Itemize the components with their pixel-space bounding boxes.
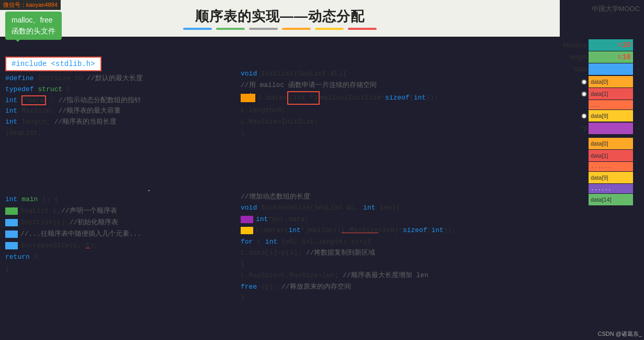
initlist-line: InitList(L); //初始化顺序表 [5, 217, 141, 228]
data1-row: data[1] [558, 88, 642, 100]
for-line: for ( int i=0; i<L.length; i++){ [241, 236, 456, 247]
increase-malloc-line: L.data=( int *)malloc((L.MaxSize+len)* s… [241, 225, 456, 236]
maxsize-label: MaxSize [558, 41, 589, 49]
code-bottom-left: int main () { SeqList L; //声明一个顺序表 InitL… [5, 194, 141, 275]
end-struct-line: }SeqList; [5, 128, 143, 139]
data1-bar: data[1] [589, 88, 633, 100]
main-close: } [5, 264, 141, 275]
copy-line: L.data[i]=p[i]; //将数据复制到新区域 [241, 247, 456, 258]
data9-bar: data[9] [589, 110, 633, 122]
init-malloc-line: L.data= (int *) malloc(InitSize* sizeof … [241, 91, 438, 105]
init-maxsize-line: L.MaxSize=InitSize; [241, 116, 438, 128]
data0-circle [581, 79, 587, 85]
increase-close: } [241, 292, 456, 303]
init-comment1: //用 malloc 函数申请一片连续的存储空间 [241, 80, 438, 91]
arrow-right-1: ← [638, 65, 642, 73]
page-title: 顺序表的实现——动态分配 [195, 7, 365, 26]
p-label: *p [558, 125, 589, 132]
main-decl: int main () { [5, 194, 141, 205]
p-bar: ← [589, 123, 633, 134]
tooltip-line2: 函数的头文件 [12, 26, 55, 37]
data1b-bar: data[1] [589, 150, 633, 161]
p-row: *p ← [558, 123, 642, 134]
title-bar: 顺序表的实现——动态分配 [0, 0, 560, 37]
data1-circle [581, 91, 587, 97]
code-bottom-right: //增加动态数组的长度 void IncreaseSize(SeqList &L… [241, 191, 456, 303]
color-bar-1 [183, 28, 212, 30]
tooltip-line1: malloc、free [12, 15, 55, 26]
separator-dot: · [146, 186, 152, 195]
length-label: length [558, 53, 589, 61]
mooc-logo: 中国大学MOOC [592, 4, 640, 14]
title-underline [183, 28, 377, 30]
dots2-bar: ...... [589, 162, 633, 171]
data9-row: data[9] [558, 110, 642, 122]
dots3-row: ...... [558, 184, 642, 193]
maxsize-eq: = [617, 41, 622, 49]
init-func-decl: void InitList(SeqList &L){ [241, 68, 438, 80]
data14-row: data[14] [558, 194, 642, 205]
length-val: 10 [622, 53, 631, 61]
color-bar-2 [216, 28, 245, 30]
init-close: } [241, 128, 438, 139]
data9b-bar: data[9] [589, 172, 633, 183]
data0-row: data[0] [558, 76, 642, 87]
maxsize-val: 10 [622, 41, 631, 49]
data0b-bar: data[0] [589, 138, 633, 149]
data14-bar: data[14] [589, 194, 633, 205]
data9b-row: data[9] [558, 172, 642, 183]
for-close: } [241, 259, 456, 270]
watermark-label: 微信号：kaoyan4884 [0, 0, 61, 10]
data-label: *data [558, 65, 589, 73]
dots3-bar: ...... [589, 184, 633, 193]
return-line: return 0; [5, 251, 141, 263]
dots1-bar: ...... [589, 100, 633, 109]
seqlist-line: SeqList L; //声明一个顺序表 [5, 205, 141, 217]
code-right-top: void InitList(SeqList &L){ //用 malloc 函数… [241, 68, 438, 140]
dots1-row: ...... [558, 100, 642, 109]
csdn-watermark: CSDN @诸葛东_ [597, 330, 642, 338]
define-line: #define InitSize 10 //默认的最大长度 [5, 73, 143, 84]
color-bar-6 [348, 28, 377, 30]
maxsize-header-row: MaxSize = 10 [558, 39, 642, 51]
tooltip-box: malloc、free 函数的头文件 [5, 12, 62, 40]
data0b-row: data[0] [558, 138, 642, 149]
data1b-row: data[1] [558, 150, 642, 161]
maxsize-bar: = 10 [589, 39, 633, 51]
mooc-logo-text: 中国大学MOOC [592, 4, 640, 14]
free-line: free (p); //释放原来的内存空间 [241, 281, 456, 292]
length-header-row: length = 10 [558, 51, 642, 63]
memory-diagram: MaxSize = 10 length = 10 *data ← data[0]… [558, 39, 642, 206]
int-maxsize-line: int MaxSize; //顺序表的最大容量 [5, 106, 143, 117]
data0-bar: data[0] [589, 76, 633, 87]
color-bar-3 [249, 28, 278, 30]
data-bar: ← [589, 63, 633, 75]
data-pointer-row: *data ← [558, 63, 642, 75]
typedef-line: typedef struct { [5, 84, 143, 95]
color-bar-4 [282, 28, 311, 30]
init-length-line: L.length=0; [241, 105, 438, 116]
comment-insert: //...往顺序表中随便插入几个元素... [5, 228, 141, 240]
increase-comment: //增加动态数组的长度 [241, 191, 456, 202]
maxsize-update: L.MaxSize=L.MaxSize+len; //顺序表最大长度增加 len [241, 270, 456, 281]
data9-circle [581, 113, 587, 119]
int-data-line: int *data ; //指示动态分配数组的指针 [5, 95, 143, 106]
length-bar: = 10 [589, 51, 633, 63]
length-eq: = [617, 53, 622, 61]
int-p-line: int *p=L.data; [241, 214, 456, 225]
code-left-top: #define InitSize 10 //默认的最大长度 typedef st… [5, 73, 143, 139]
include-statement: #include <stdlib.h> [5, 57, 101, 71]
increase-func-decl: void IncreaseSize(SeqList &L, int len){ [241, 202, 456, 213]
increase-line: IncreaseSize(L, 5); [5, 240, 141, 251]
dots2-row: ...... [558, 162, 642, 171]
int-length-line: int length; //顺序表的当前长度 [5, 117, 143, 128]
color-bar-5 [315, 28, 344, 30]
arrow-right-2: ← [635, 124, 642, 133]
